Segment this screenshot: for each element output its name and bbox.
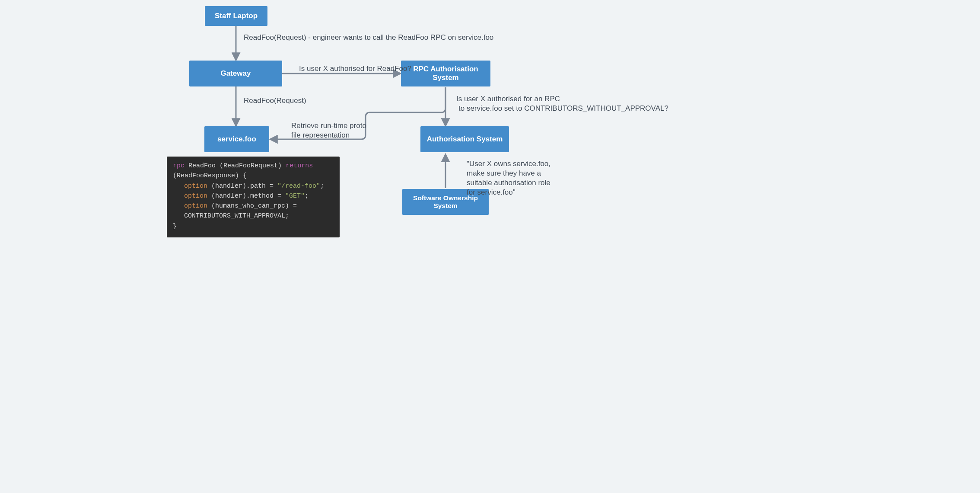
code-brace-close: }	[173, 223, 177, 230]
code-kw-option-3: option	[184, 202, 207, 210]
label-ownership-line1: "User X owns service.foo,	[467, 159, 550, 169]
label-ownership-line2: make sure they have a	[467, 169, 541, 179]
code-semi-3: ;	[285, 212, 289, 220]
label-laptop-to-gateway: ReadFoo(Request) - engineer wants to cal…	[244, 33, 493, 43]
code-eq-2: =	[277, 192, 281, 200]
code-humans: (humans_who_can_rpc)	[211, 202, 289, 210]
label-ownership-line4: for service.foo"	[467, 188, 515, 198]
code-id-resp: ReadFooResponse	[177, 172, 235, 179]
node-auth: Authorisation System	[420, 126, 509, 152]
code-semi-2: ;	[305, 192, 309, 200]
code-str-path: "/read-foo"	[277, 182, 320, 190]
node-gateway: Gateway	[189, 61, 282, 86]
node-rpc-auth: RPC Authorisation System	[401, 61, 490, 86]
node-service-foo: service.foo	[204, 126, 269, 152]
code-str-method: "GET"	[285, 192, 305, 200]
code-kw-option-2: option	[184, 192, 207, 200]
code-id-req: ReadFooRequest	[223, 162, 278, 170]
label-rpcauth-to-service-line1: Retrieve run-time proto	[291, 121, 366, 131]
label-rpcauth-to-auth-line2: to service.foo set to CONTRIBUTORS_WITHO…	[458, 104, 668, 114]
code-handler-method: (handler).method	[211, 192, 274, 200]
label-rpcauth-to-service-line2: file representation	[291, 131, 350, 141]
label-rpcauth-to-auth-line1: Is user X authorised for an RPC	[456, 94, 560, 104]
code-id-readfoo: ReadFoo	[188, 162, 216, 170]
label-ownership-line3: suitable authorisation role	[467, 178, 550, 188]
code-block: rpc ReadFoo (ReadFooRequest) returns (Re…	[167, 157, 340, 237]
code-kw-rpc: rpc	[173, 162, 185, 170]
code-val-humans: CONTRIBUTORS_WITH_APPROVAL	[184, 212, 285, 220]
code-eq-3: =	[293, 202, 297, 210]
code-kw-returns: returns	[286, 162, 313, 170]
code-kw-option-1: option	[184, 182, 207, 190]
code-semi-1: ;	[320, 182, 324, 190]
label-gateway-to-rpcauth: Is user X authorised for ReadFoo?	[299, 64, 411, 74]
code-brace-open: {	[243, 172, 247, 179]
code-eq-1: =	[270, 182, 274, 190]
code-handler-path: (handler).path	[211, 182, 266, 190]
label-gateway-to-service: ReadFoo(Request)	[244, 96, 306, 106]
node-staff-laptop: Staff Laptop	[205, 6, 267, 26]
